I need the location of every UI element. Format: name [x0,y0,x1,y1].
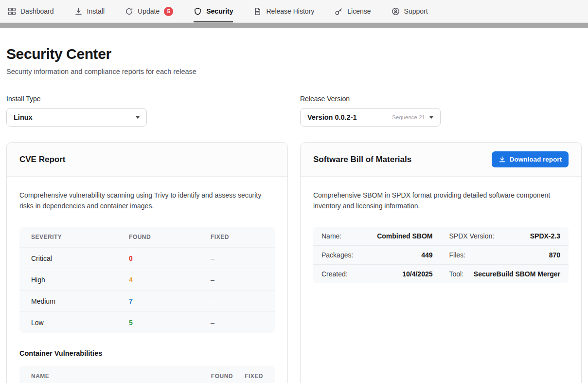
sbom-tool-label: Tool: [449,270,464,278]
chevron-down-icon [136,116,140,119]
col-fixed: FIXED [233,373,263,380]
sbom-cell: Files: 870 [441,246,569,264]
severity-table: SEVERITY FOUND FIXED Critical 0 – High 4… [19,227,275,333]
fixed-count: – [211,297,263,305]
license-key-icon [335,7,343,16]
found-count: 4 [129,276,211,284]
install-type-label: Install Type [6,95,288,103]
release-history-document-icon [253,7,262,16]
nav-security-label: Security [206,7,233,15]
fixed-count: – [211,319,263,327]
release-version-filter: Release Version Version 0.0.2-1 Sequence… [300,95,582,127]
col-name: NAME [31,373,196,380]
found-count: 5 [129,319,211,327]
container-vulnerabilities-table: NAME FOUND FIXED [19,366,275,383]
chevron-down-icon [429,116,433,119]
nav-support-label: Support [404,7,428,15]
severity-name: Medium [31,297,129,305]
container-vulnerabilities-title: Container Vulnerabilities [19,349,275,357]
nav-update-label: Update [138,7,160,15]
sbom-description: Comprehensive SBOM in SPDX format provid… [313,190,569,211]
sbom-header: Software Bill of Materials Download repo… [301,143,581,177]
sbom-files-value: 870 [544,251,560,259]
col-found: FOUND [196,373,233,380]
found-count: 0 [129,255,211,262]
col-found: FOUND [129,234,211,240]
table-row: Medium 7 – [19,290,275,311]
nav-license-label: License [347,7,371,15]
download-report-label: Download report [510,156,562,163]
sbom-row: Packages: 449 Files: 870 [313,245,569,264]
sbom-cell: Tool: SecureBuild SBOM Merger [441,265,569,283]
sbom-cell: Packages: 449 [313,246,441,264]
nav-install-label: Install [87,7,105,15]
sbom-packages-label: Packages: [321,251,353,259]
cve-report-description: Comprehensive vulnerability scanning usi… [19,190,275,211]
table-row: Critical 0 – [19,247,275,269]
install-type-value: Linux [14,113,33,121]
filters-row: Install Type Linux Release Version Versi… [6,95,582,127]
sbom-name-value: Combined SBOM [372,232,432,240]
severity-name: Critical [31,255,129,262]
release-version-select[interactable]: Version 0.0.2-1 Sequence 21 [300,108,441,127]
container-vulnerabilities-header: NAME FOUND FIXED [19,366,275,383]
sbom-title: Software Bill of Materials [313,155,411,164]
severity-name: High [31,276,129,284]
sbom-created-label: Created: [321,270,348,278]
main-content: Security Center Security information and… [0,28,588,383]
page-title: Security Center [6,46,582,62]
page-subtitle: Security information and compliance repo… [6,68,582,75]
sbom-tool-value: SecureBuild SBOM Merger [469,270,560,278]
install-download-icon [74,7,83,16]
fixed-count: – [211,255,263,262]
sbom-spdx-version-label: SPDX Version: [449,232,495,240]
install-type-select[interactable]: Linux [6,108,147,127]
sbom-spdx-version-value: SPDX-2.3 [525,232,560,240]
sbom-row: Name: Combined SBOM SPDX Version: SPDX-2… [313,227,569,245]
sbom-card: Software Bill of Materials Download repo… [300,142,582,383]
severity-name: Low [31,319,129,327]
support-person-icon [392,7,400,16]
sbom-created-value: 10/4/2025 [397,270,432,278]
cve-report-header: CVE Report [7,143,287,177]
release-version-label: Release Version [300,95,582,103]
nav-support[interactable]: Support [392,0,428,22]
sbom-row: Created: 10/4/2025 Tool: SecureBuild SBO… [313,264,569,283]
release-sequence-label: Sequence 21 [392,114,425,120]
sbom-files-label: Files: [449,251,465,259]
cve-report-card: CVE Report Comprehensive vulnerability s… [6,142,288,383]
nav-release-history-label: Release History [266,7,314,15]
nav-install[interactable]: Install [74,0,105,22]
update-count-badge: 5 [164,7,173,16]
nav-dashboard[interactable]: Dashboard [8,0,54,22]
sbom-cell: Name: Combined SBOM [313,227,441,245]
install-type-filter: Install Type Linux [6,95,288,127]
sbom-details-grid: Name: Combined SBOM SPDX Version: SPDX-2… [313,227,569,283]
fixed-count: – [211,276,263,284]
cve-report-body: Comprehensive vulnerability scanning usi… [7,177,287,383]
security-shield-icon [194,7,202,16]
table-row: High 4 – [19,269,275,290]
divider-band [0,23,588,28]
update-refresh-icon [125,7,133,16]
sbom-cell: SPDX Version: SPDX-2.3 [441,227,569,245]
cve-report-title: CVE Report [19,155,65,164]
nav-update[interactable]: Update 5 [125,0,173,22]
download-report-button[interactable]: Download report [492,151,569,167]
nav-release-history[interactable]: Release History [253,0,314,22]
table-row: Low 5 – [19,311,275,333]
sbom-name-label: Name: [321,232,341,240]
dashboard-grid-icon [8,7,16,16]
nav-dashboard-label: Dashboard [20,7,54,15]
found-count: 7 [129,297,211,305]
col-fixed: FIXED [211,234,263,240]
sbom-packages-value: 449 [416,251,432,259]
sbom-cell: Created: 10/4/2025 [313,265,441,283]
nav-license[interactable]: License [335,0,371,22]
nav-security[interactable]: Security [194,0,233,22]
top-navigation: Dashboard Install Update 5 Security Rele… [0,0,588,23]
download-icon [499,156,506,163]
cards-row: CVE Report Comprehensive vulnerability s… [6,142,582,383]
col-severity: SEVERITY [31,234,129,240]
sbom-body: Comprehensive SBOM in SPDX format provid… [301,177,581,297]
